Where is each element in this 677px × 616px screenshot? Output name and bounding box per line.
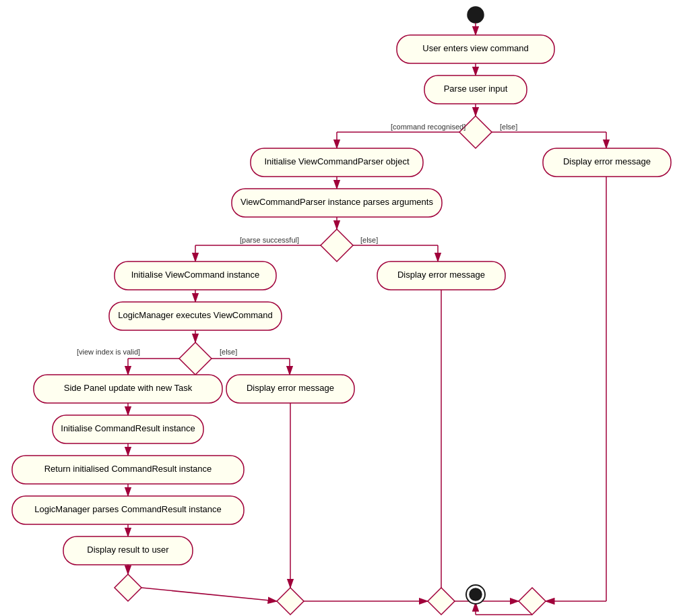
- label-parse-successful: [parse successful]: [240, 236, 299, 244]
- diamond-view-index-valid: [179, 342, 212, 375]
- side-panel-update-text: Side Panel update with new Task: [64, 383, 193, 393]
- arrow-merge1-to-merge2: [141, 588, 277, 601]
- merge-diamond-4: [519, 588, 546, 615]
- merge-diamond-3: [428, 588, 455, 615]
- logic-manager-parses-text: LogicManager parses CommandResult instan…: [34, 504, 221, 514]
- display-result-text: Display result to user: [87, 545, 169, 555]
- user-enters-view-command-text: User enters view command: [422, 43, 529, 53]
- merge-diamond-1: [115, 574, 141, 601]
- display-error-message-2-text: Display error message: [397, 270, 485, 280]
- display-error-message-1-text: Display error message: [563, 156, 651, 166]
- label-else2: [else]: [360, 236, 378, 244]
- initialise-view-command-text: Initialise ViewCommand instance: [131, 270, 260, 280]
- return-command-result-text: Return initialised CommandResult instanc…: [44, 464, 212, 474]
- start-node: [468, 7, 484, 23]
- initialise-command-result-text: Initialise CommandResult instance: [61, 423, 195, 433]
- logic-manager-executes-text: LogicManager executes ViewCommand: [118, 310, 273, 320]
- merge-diamond-2: [277, 588, 304, 615]
- view-command-parser-parses-text: ViewCommandParser instance parses argume…: [240, 197, 433, 207]
- activity-diagram: User enters view command Parse user inpu…: [0, 0, 677, 616]
- diamond-parse-successful: [321, 229, 353, 261]
- parse-user-input-text: Parse user input: [444, 84, 508, 94]
- label-view-index-valid: [view index is valid]: [77, 348, 140, 356]
- diagram-container: User enters view command Parse user inpu…: [0, 0, 677, 616]
- diamond-command-recognised: [459, 116, 492, 148]
- label-else3: [else]: [220, 348, 237, 356]
- label-else1: [else]: [500, 123, 517, 131]
- initialise-view-command-parser-text: Initialise ViewCommandParser object: [264, 156, 409, 166]
- display-error-message-3-text: Display error message: [247, 383, 334, 393]
- label-command-recognised: [command recognised]: [391, 123, 465, 131]
- end-inner: [470, 588, 482, 600]
